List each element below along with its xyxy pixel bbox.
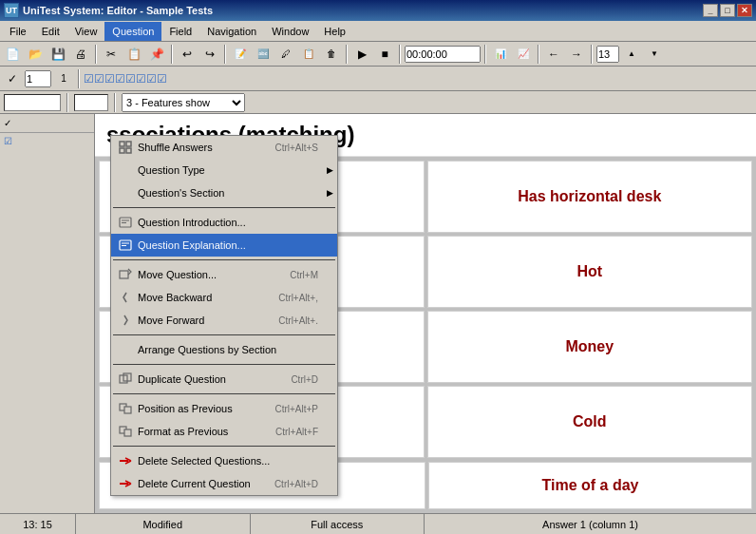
sidebar-header: ✓ <box>0 114 94 133</box>
menu-edit[interactable]: Edit <box>34 22 67 41</box>
page-number-input[interactable] <box>596 46 619 63</box>
undo-button[interactable]: ↩ <box>177 44 198 65</box>
menu-position-prev[interactable]: Position as Previous Ctrl+Alt+P <box>111 397 337 420</box>
cut-button[interactable]: ✂ <box>101 44 122 65</box>
open-button[interactable]: 📂 <box>25 44 46 65</box>
copy-button[interactable]: 📋 <box>123 44 144 65</box>
paste-button[interactable]: 📌 <box>146 44 167 65</box>
check-3[interactable]: ☑ <box>104 72 115 86</box>
sep2-1 <box>78 69 80 88</box>
separator-5 <box>399 45 401 64</box>
move-backward-icon <box>117 289 134 306</box>
shuffle-shortcut: Ctrl+Alt+S <box>274 143 318 153</box>
sidebar-check-1[interactable]: ☑ <box>2 135 92 147</box>
shuffle-label: Shuffle Answers <box>138 142 255 153</box>
menu-sep-4 <box>113 364 335 365</box>
menu-move-backward[interactable]: Move Backward Ctrl+Alt+, <box>111 286 337 309</box>
svg-rect-10 <box>120 271 128 278</box>
right-label-4: Cold <box>573 413 607 430</box>
svg-rect-12 <box>123 373 131 381</box>
menu-move-question[interactable]: Move Question... Ctrl+M <box>111 263 337 286</box>
menu-duplicate[interactable]: Duplicate Question Ctrl+D <box>111 368 337 391</box>
menu-delete-selected[interactable]: Delete Selected Questions... <box>111 449 337 472</box>
menu-field[interactable]: Field <box>161 22 199 41</box>
right-label-2: Hot <box>576 263 602 280</box>
print-button[interactable]: 🖨 <box>70 44 91 65</box>
sidebar-checks: ☑ <box>0 133 94 149</box>
position-prev-shortcut: Ctrl+Alt+P <box>274 404 318 414</box>
sep3-2 <box>114 93 116 112</box>
move-question-icon <box>117 266 134 283</box>
tb-icon-4[interactable]: 📋 <box>298 44 319 65</box>
check-5[interactable]: ☑ <box>125 72 136 86</box>
menu-file[interactable]: File <box>2 22 34 41</box>
maximize-button[interactable]: □ <box>720 4 735 17</box>
tb-extra-1[interactable]: 📊 <box>490 44 511 65</box>
delete-selected-icon <box>117 452 134 469</box>
menu-questions-section[interactable]: Question's Section <box>111 181 337 204</box>
menu-question-explanation[interactable]: Question Explanation... <box>111 234 337 257</box>
question-type-icon <box>117 162 134 179</box>
page-down-button[interactable]: ▼ <box>644 44 665 65</box>
minimize-button[interactable]: _ <box>703 4 718 17</box>
delete-current-shortcut: Ctrl+Alt+D <box>274 479 318 489</box>
toolbar-2: ✓ 1 ☑ ☑ ☑ ☑ ☑ ☑ ☑ ☑ <box>0 67 756 91</box>
range-input[interactable]: 3,5-5 <box>4 94 61 111</box>
tb2-icon-1[interactable]: ✓ <box>2 68 23 89</box>
check-7[interactable]: ☑ <box>146 72 157 86</box>
menu-format-prev[interactable]: Format as Previous Ctrl+Alt+F <box>111 420 337 443</box>
tb2-icon-2[interactable]: 1 <box>53 68 74 89</box>
questions-section-icon <box>117 184 134 201</box>
menu-delete-current[interactable]: Delete Current Question Ctrl+Alt+D <box>111 472 337 495</box>
right-label-5: Time of a day <box>542 477 639 494</box>
svg-rect-1 <box>126 142 131 146</box>
close-button[interactable]: ✕ <box>737 4 752 17</box>
tb-icon-2[interactable]: 🔤 <box>253 44 274 65</box>
check-1[interactable]: ☑ <box>84 72 94 86</box>
zoom-input[interactable]: 100 <box>74 94 108 111</box>
nav-back-button[interactable]: ← <box>543 44 564 65</box>
menu-move-forward[interactable]: Move Forward Ctrl+Alt+. <box>111 309 337 332</box>
tb-icon-1[interactable]: 📝 <box>230 44 251 65</box>
check-4[interactable]: ☑ <box>115 72 125 86</box>
check-2[interactable]: ☑ <box>94 72 104 86</box>
tb-icon-5[interactable]: 🗑 <box>321 44 342 65</box>
format-prev-shortcut: Ctrl+Alt+F <box>275 427 318 437</box>
svg-rect-14 <box>124 407 131 413</box>
move-forward-icon <box>117 312 134 329</box>
menu-question-type[interactable]: Question Type <box>111 159 337 181</box>
time-input[interactable] <box>405 46 481 63</box>
right-cell-2: Hot <box>427 236 753 308</box>
window-title: UniTest System: Editor - Sample Tests <box>23 5 703 16</box>
separator-3 <box>224 45 226 64</box>
check-6[interactable]: ☑ <box>136 72 146 86</box>
svg-rect-2 <box>120 148 124 153</box>
left-sidebar: ✓ ☑ <box>0 114 95 513</box>
redo-button[interactable]: ↪ <box>199 44 220 65</box>
save-button[interactable]: 💾 <box>47 44 68 65</box>
page-input-2[interactable] <box>25 70 51 87</box>
toolbar-3: 3,5-5 100 3 - Features show <box>0 91 756 114</box>
format-prev-icon <box>117 423 134 440</box>
window-controls[interactable]: _ □ ✕ <box>703 4 752 17</box>
new-button[interactable]: 📄 <box>2 44 23 65</box>
shuffle-icon <box>117 139 134 156</box>
menu-window[interactable]: Window <box>264 22 316 41</box>
tb-extra-2[interactable]: 📈 <box>513 44 534 65</box>
check-8[interactable]: ☑ <box>157 72 167 86</box>
menu-view[interactable]: View <box>67 22 105 41</box>
nav-forward-button[interactable]: → <box>566 44 587 65</box>
menu-arrange[interactable]: Arrange Questions by Section <box>111 338 337 361</box>
features-select[interactable]: 3 - Features show <box>122 93 245 112</box>
play-button[interactable]: ▶ <box>351 44 372 65</box>
separator-4 <box>346 45 348 64</box>
menu-shuffle-answers[interactable]: Shuffle Answers Ctrl+Alt+S <box>111 136 337 159</box>
page-up-button[interactable]: ▲ <box>621 44 642 65</box>
menu-navigation[interactable]: Navigation <box>199 22 264 41</box>
tb-icon-3[interactable]: 🖊 <box>275 44 296 65</box>
stop-button[interactable]: ■ <box>374 44 395 65</box>
arrange-label: Arrange Questions by Section <box>138 344 318 355</box>
menu-question-intro[interactable]: Question Introduction... <box>111 211 337 234</box>
menu-help[interactable]: Help <box>316 22 353 41</box>
menu-question[interactable]: Question <box>104 22 161 41</box>
